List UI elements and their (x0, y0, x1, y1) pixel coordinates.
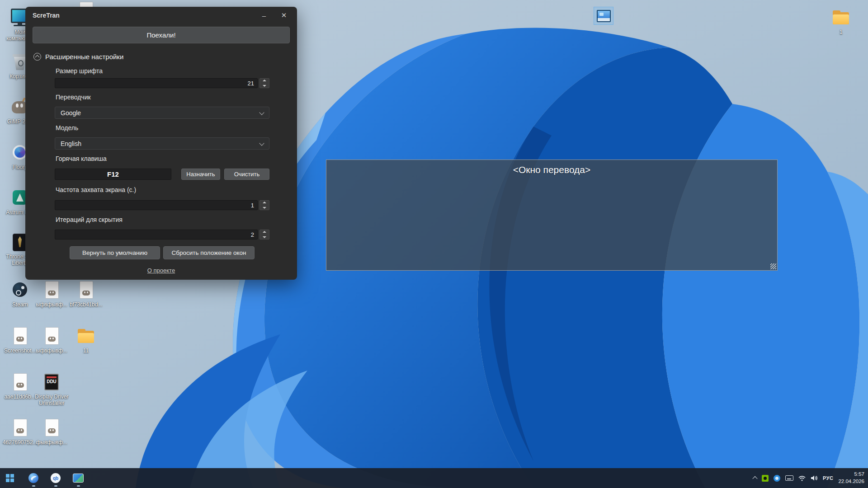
desktop-icon-scretran-app[interactable] (594, 7, 613, 25)
scretran-app-icon (597, 10, 611, 22)
taskbar-qbittorrent-button[interactable]: qb (47, 469, 65, 487)
blue-app-icon (774, 475, 780, 482)
running-indicator (54, 485, 57, 487)
scretran-icon (73, 474, 84, 483)
translator-value: Google (61, 109, 81, 117)
iterations-value: 2 (251, 231, 254, 238)
scretran-window: ScreTran – ✕ Поехали! Расширенные настро… (25, 7, 297, 280)
spinner-down-button[interactable] (260, 205, 269, 210)
touch-keyboard-button[interactable] (785, 475, 793, 481)
file-icon (8, 372, 32, 392)
spinner-down-button[interactable] (260, 83, 269, 88)
steam-icon (8, 280, 32, 300)
desktop-icon-label: Display Driver Uninstaller (33, 394, 71, 407)
spinner-up-button[interactable] (260, 79, 269, 83)
spinner-down-button[interactable] (260, 235, 269, 239)
desktop-icon-label: ыфвфывф... (33, 301, 71, 308)
hotkey-field[interactable]: F12 (55, 169, 171, 180)
folder-icon (829, 8, 853, 28)
wifi-icon (798, 475, 806, 481)
nvidia-icon (762, 475, 769, 482)
app-tray-button[interactable] (774, 475, 780, 482)
advanced-settings-label: Расширенные настройки (45, 53, 123, 61)
file-icon (8, 418, 32, 438)
desktop-icon-script-file-2[interactable]: ыфвфывф... (33, 326, 71, 354)
capture-rate-label: Частота захвата экрана (с.) (56, 186, 136, 193)
window-title: ScreTran (33, 7, 60, 24)
hotkey-label: Горячая клавиша (56, 155, 107, 162)
capture-rate-spinner (259, 200, 269, 210)
translator-dropdown[interactable]: Google (55, 107, 269, 119)
file-icon (8, 326, 32, 346)
desktop-icon-script-file-3[interactable]: фывфывф... (33, 418, 71, 446)
reset-window-positions-button[interactable]: Сбросить положение окон (163, 246, 255, 259)
font-size-label: Размер шрифта (56, 67, 103, 75)
chevron-up-icon (752, 476, 757, 481)
network-button[interactable] (798, 475, 806, 481)
font-size-input[interactable]: 21 (55, 78, 258, 88)
desktop-icon-folder-11[interactable]: 11 (67, 326, 105, 354)
nvidia-tray-button[interactable] (762, 475, 769, 482)
taskbar-floorp-button[interactable] (24, 469, 42, 487)
minimize-button[interactable]: – (255, 8, 274, 23)
translation-window[interactable]: <Окно перевода> (326, 160, 778, 271)
font-size-spinner (259, 78, 269, 88)
volume-button[interactable] (811, 475, 818, 481)
clear-hotkey-button[interactable]: Очистить (224, 169, 269, 180)
desktop-icon-label: 11 (67, 347, 105, 354)
iterations-spinner (259, 230, 269, 239)
file-icon (40, 280, 63, 300)
restore-defaults-button[interactable]: Вернуть по умолчанию (70, 246, 160, 259)
desktop-icon-label: ыфвфывф... (33, 347, 71, 354)
tray-date: 22.04.2026 (838, 478, 864, 485)
speaker-icon (811, 475, 818, 481)
file-icon (40, 418, 63, 438)
translation-window-title: <Окно перевода> (326, 164, 777, 175)
svg-text:qb: qb (53, 476, 58, 481)
chevron-down-icon (259, 141, 264, 145)
translator-label: Переводчик (56, 94, 91, 101)
keyboard-icon (785, 475, 793, 481)
running-indicator (32, 485, 35, 487)
tray-time: 5:57 (838, 471, 864, 478)
floorp-icon (28, 473, 39, 483)
desktop-icon-bf73-file[interactable]: bf73cb41bd... (67, 280, 105, 308)
font-size-value: 21 (248, 80, 254, 87)
windows-logo-icon (6, 474, 14, 482)
folder-icon (74, 326, 98, 346)
resize-grip[interactable] (770, 263, 776, 269)
desktop-icon-script-file-1[interactable]: ыфвфывф... (33, 280, 71, 308)
hidden-icons-button[interactable] (753, 476, 757, 480)
assign-hotkey-button[interactable]: Назначить (181, 169, 220, 180)
spinner-up-button[interactable] (260, 201, 269, 205)
model-value: English (61, 140, 81, 147)
chevron-up-circle-icon (33, 53, 41, 61)
desktop-icon-label: 1 (822, 29, 860, 35)
chevron-down-icon (259, 110, 264, 115)
about-link[interactable]: О проекте (147, 267, 175, 274)
language-indicator[interactable]: РУС (823, 475, 833, 481)
spinner-up-button[interactable] (260, 230, 269, 235)
iterations-label: Итераций для скрытия (56, 216, 123, 223)
start-button[interactable] (1, 469, 19, 487)
desktop-icon-folder-1[interactable]: 1 (822, 8, 860, 35)
model-dropdown[interactable]: English (55, 137, 269, 150)
desktop-icon-label: фывфывф... (33, 439, 71, 446)
clock[interactable]: 5:57 22.04.2026 (838, 471, 864, 485)
iterations-input[interactable]: 2 (55, 230, 258, 239)
go-button[interactable]: Поехали! (33, 27, 290, 43)
desktop-icon-label: bf73cb41bd... (67, 301, 105, 308)
advanced-settings-toggle[interactable]: Расширенные настройки (33, 53, 123, 61)
capture-rate-input[interactable]: 1 (55, 200, 258, 210)
taskbar: qb РУС 5:57 22.04.2026 (0, 468, 868, 488)
system-tray: РУС 5:57 22.04.2026 (753, 468, 864, 488)
running-indicator (77, 485, 80, 487)
taskbar-scretran-button[interactable] (69, 469, 87, 487)
file-icon (40, 326, 63, 346)
ddu-icon: DDU (40, 372, 63, 392)
file-icon (74, 280, 98, 300)
qbittorrent-icon: qb (50, 473, 61, 483)
close-button[interactable]: ✕ (274, 8, 293, 23)
capture-rate-value: 1 (251, 202, 254, 209)
desktop-icon-ddu[interactable]: DDU Display Driver Uninstaller (33, 372, 71, 407)
